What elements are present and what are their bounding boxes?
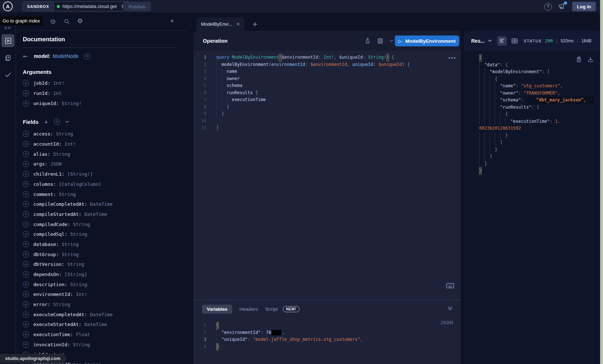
field-name[interactable]: executionTime — [33, 332, 70, 337]
field-name[interactable]: alias — [33, 151, 47, 157]
field-name[interactable]: runId — [33, 91, 47, 96]
editor-menu-icon[interactable]: ••• — [448, 55, 456, 61]
field-name[interactable]: childrenL1 — [33, 171, 62, 177]
publish-button[interactable]: Publish — [123, 2, 151, 11]
add-field-icon[interactable]: + — [23, 321, 29, 327]
add-field-icon[interactable]: + — [23, 342, 29, 348]
new-tab-button[interactable]: + — [252, 21, 258, 28]
sidebar-item-explorer[interactable] — [1, 34, 14, 47]
response-dropdown-chevron-icon[interactable] — [488, 39, 492, 42]
field-type[interactable]: String — [70, 282, 87, 287]
add-field-icon[interactable]: + — [23, 191, 29, 197]
field-name[interactable]: database — [33, 242, 56, 247]
field-type[interactable]: DateTime — [90, 201, 113, 207]
add-field-icon[interactable]: + — [23, 331, 29, 338]
sort-arrow-down-icon[interactable] — [43, 119, 49, 125]
collapse-panel-icon[interactable]: « — [170, 18, 174, 24]
field-type[interactable]: Int — [53, 91, 62, 96]
copy-response-icon[interactable] — [576, 56, 582, 63]
field-type[interactable]: DateTime — [84, 212, 107, 217]
add-field-icon[interactable]: + — [23, 261, 29, 267]
download-response-icon[interactable] — [587, 56, 594, 63]
add-field-icon[interactable]: + — [23, 141, 29, 147]
add-field-icon[interactable]: + — [23, 90, 29, 96]
field-type[interactable]: String — [56, 131, 73, 137]
field-name[interactable]: dbtVersion — [33, 262, 62, 267]
history-icon[interactable] — [50, 18, 56, 25]
field-type[interactable]: String — [73, 222, 90, 227]
field-type[interactable]: Int! — [76, 292, 87, 297]
save-icon[interactable] — [377, 38, 384, 44]
graph-index-icon[interactable] — [5, 27, 11, 29]
endpoint-url-box[interactable]: https://metadata.cloud.get ⚙ — [54, 2, 129, 11]
collapse-section-icon[interactable] — [448, 306, 453, 311]
query-editor[interactable]: 1234567891011 query ModelByEnvironment($… — [193, 51, 461, 300]
sidebar-item-collections[interactable] — [0, 54, 16, 62]
field-name[interactable]: jobId — [33, 80, 47, 86]
announcements-megaphone-icon[interactable] — [558, 2, 566, 11]
field-type[interactable]: String — [53, 151, 70, 157]
field-type[interactable]: String — [53, 302, 70, 307]
field-name[interactable]: access — [33, 131, 50, 137]
field-name[interactable]: columns — [33, 181, 53, 187]
type-name-link[interactable]: ModelNode — [53, 53, 79, 59]
response-json[interactable]: {"data": {"modelByEnvironment": [{"name"… — [464, 51, 599, 175]
search-icon[interactable] — [64, 18, 70, 25]
field-name[interactable]: invocationId — [33, 342, 67, 347]
field-type[interactable]: String — [62, 252, 79, 257]
field-type[interactable]: String — [84, 362, 101, 364]
help-icon[interactable]: ? — [544, 3, 552, 11]
field-type[interactable]: Float — [76, 332, 90, 337]
field-name[interactable]: uniqueId — [33, 101, 56, 106]
response-title[interactable]: Res... — [471, 38, 485, 44]
add-field-icon[interactable]: + — [23, 281, 29, 288]
field-name[interactable]: compiledSql — [33, 231, 64, 237]
field-type[interactable]: DateTime — [84, 322, 107, 327]
settings-gear-icon[interactable]: ⚙ — [77, 18, 83, 25]
add-field-icon[interactable]: + — [23, 201, 29, 207]
run-operation-button[interactable]: ▷ ModelByEnvironment — [395, 35, 459, 46]
field-name[interactable]: executeStartedAt — [33, 322, 79, 327]
save-dropdown-chevron-icon[interactable] — [390, 39, 393, 42]
field-type[interactable]: String — [67, 262, 84, 267]
tab-headers[interactable]: Headers — [239, 306, 258, 312]
field-type[interactable]: String — [70, 231, 87, 237]
field-name[interactable]: dbtGroup — [33, 252, 56, 257]
add-field-icon[interactable]: + — [23, 291, 29, 297]
field-name[interactable]: environmentId — [33, 292, 70, 297]
field-type[interactable]: [String!] — [67, 171, 93, 177]
add-field-icon[interactable]: + — [23, 80, 29, 86]
field-type[interactable]: String — [59, 192, 76, 197]
field-type[interactable]: String — [62, 242, 79, 247]
add-type-icon[interactable]: + — [84, 53, 90, 59]
add-field-icon[interactable]: + — [23, 311, 29, 318]
add-field-icon[interactable]: + — [23, 241, 29, 247]
add-field-icon[interactable]: + — [23, 211, 29, 217]
add-field-icon[interactable]: + — [23, 221, 29, 227]
tab-modelbyenvironment[interactable]: ModelByEnvi... ✕ — [197, 17, 244, 31]
field-name[interactable]: description — [33, 282, 64, 287]
add-field-icon[interactable]: + — [23, 301, 29, 307]
field-name[interactable]: executeCompletedAt — [33, 312, 84, 317]
chevron-down-icon[interactable] — [65, 120, 69, 124]
add-field-icon[interactable]: + — [23, 100, 29, 106]
field-name[interactable]: compiledCode — [33, 222, 67, 227]
field-type[interactable]: Int! — [53, 80, 64, 86]
apollo-logo[interactable]: A — [3, 1, 13, 11]
add-field-icon[interactable]: + — [23, 171, 29, 177]
field-type[interactable]: [String] — [64, 272, 87, 277]
field-type[interactable]: JSON — [50, 161, 62, 167]
add-field-icon[interactable]: + — [23, 151, 29, 157]
add-field-icon[interactable]: + — [23, 251, 29, 258]
view-raw-toggle[interactable] — [497, 36, 507, 46]
query-code[interactable]: query ModelByEnvironment($environmentId:… — [210, 54, 461, 300]
field-name[interactable]: error — [33, 302, 47, 307]
back-arrow-icon[interactable]: ← — [23, 53, 28, 60]
field-name[interactable]: args — [33, 161, 45, 167]
add-all-fields-icon[interactable]: + — [54, 119, 60, 125]
endpoint-url-input[interactable]: https://metadata.cloud.get — [63, 4, 121, 9]
field-type[interactable]: [CatalogColumn] — [59, 181, 101, 187]
share-icon[interactable] — [364, 38, 371, 44]
field-name[interactable]: compileCompletedAt — [33, 201, 84, 207]
add-field-icon[interactable]: + — [23, 271, 29, 277]
